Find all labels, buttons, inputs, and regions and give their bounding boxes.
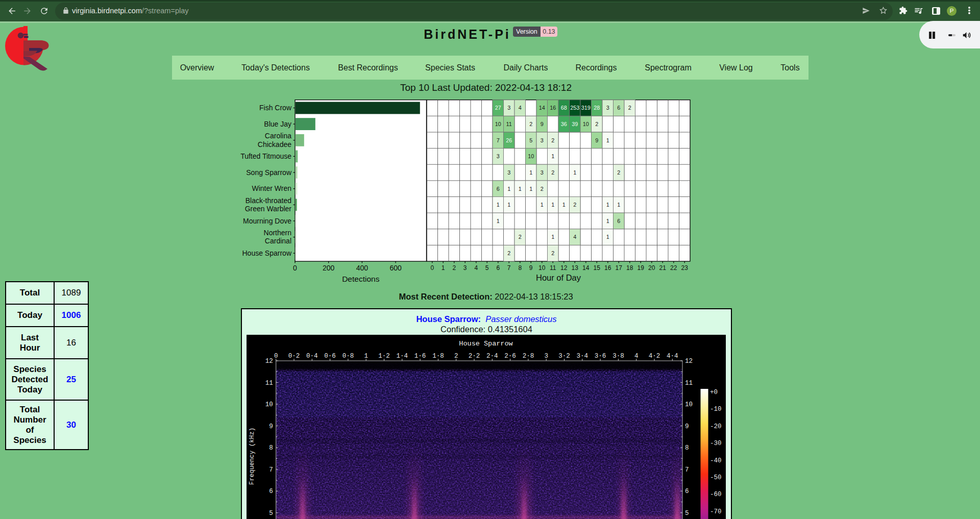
svg-text:9: 9 xyxy=(541,121,544,127)
svg-text:2: 2 xyxy=(507,250,510,256)
svg-text:1: 1 xyxy=(442,264,445,271)
svg-text:-10: -10 xyxy=(710,406,722,413)
svg-text:Fish Crow: Fish Crow xyxy=(259,104,292,112)
svg-text:2: 2 xyxy=(595,121,598,127)
svg-text:13: 13 xyxy=(572,264,579,271)
svg-text:2: 2 xyxy=(452,264,456,271)
svg-text:4: 4 xyxy=(634,353,639,360)
svg-text:1: 1 xyxy=(606,137,609,143)
svg-text:26: 26 xyxy=(506,137,512,143)
svg-text:10: 10 xyxy=(528,153,534,159)
svg-text:2: 2 xyxy=(551,169,554,176)
svg-text:1: 1 xyxy=(529,186,532,192)
svg-text:28: 28 xyxy=(594,105,600,111)
svg-text:3: 3 xyxy=(497,153,500,159)
svg-text:-60: -60 xyxy=(710,491,722,498)
svg-text:1: 1 xyxy=(606,234,609,240)
svg-text:20: 20 xyxy=(648,264,655,271)
svg-text:Winter Wren: Winter Wren xyxy=(252,184,291,192)
svg-text:-20: -20 xyxy=(710,423,722,430)
svg-text:0: 0 xyxy=(293,264,297,272)
svg-text:10: 10 xyxy=(685,401,693,408)
svg-text:22: 22 xyxy=(670,264,677,271)
svg-text:3: 3 xyxy=(541,169,544,176)
svg-text:12: 12 xyxy=(265,358,273,365)
svg-text:400: 400 xyxy=(356,264,369,272)
svg-text:2: 2 xyxy=(573,202,576,208)
svg-text:House Sparrow: House Sparrow xyxy=(459,340,512,348)
svg-text:2: 2 xyxy=(551,137,554,143)
svg-text:1: 1 xyxy=(529,169,532,176)
svg-text:19: 19 xyxy=(638,264,645,271)
svg-text:3: 3 xyxy=(541,137,544,143)
svg-text:6: 6 xyxy=(617,218,620,224)
svg-text:21: 21 xyxy=(659,264,667,271)
svg-text:3: 3 xyxy=(463,264,467,271)
svg-text:Frequency (kHz): Frequency (kHz) xyxy=(249,428,256,485)
svg-text:+0: +0 xyxy=(710,389,718,396)
svg-text:1: 1 xyxy=(497,218,500,224)
svg-text:2: 2 xyxy=(529,121,532,127)
svg-text:68: 68 xyxy=(561,105,567,111)
svg-text:8: 8 xyxy=(518,264,522,271)
svg-text:1: 1 xyxy=(497,202,500,208)
svg-text:4: 4 xyxy=(519,105,522,111)
svg-text:1: 1 xyxy=(541,202,544,208)
svg-text:15: 15 xyxy=(594,264,601,271)
svg-text:1: 1 xyxy=(606,218,609,224)
svg-text:-40: -40 xyxy=(710,457,722,464)
svg-text:1: 1 xyxy=(551,202,554,208)
svg-text:1: 1 xyxy=(617,202,620,208)
svg-text:27: 27 xyxy=(495,105,501,111)
svg-text:14: 14 xyxy=(582,264,590,271)
svg-text:1·4: 1·4 xyxy=(397,353,408,360)
svg-text:Green Warbler: Green Warbler xyxy=(245,205,292,213)
svg-text:3: 3 xyxy=(544,353,548,360)
svg-text:11: 11 xyxy=(685,380,693,387)
svg-text:17: 17 xyxy=(616,264,623,271)
svg-text:9: 9 xyxy=(595,137,598,143)
svg-text:253: 253 xyxy=(570,105,579,111)
svg-text:7: 7 xyxy=(507,264,511,271)
svg-text:House Sparrow: House Sparrow xyxy=(242,249,292,257)
svg-text:Black-throated: Black-throated xyxy=(246,196,291,205)
svg-text:16: 16 xyxy=(550,105,556,111)
svg-text:1: 1 xyxy=(573,169,576,176)
svg-text:10: 10 xyxy=(538,264,546,271)
svg-text:0: 0 xyxy=(430,264,434,271)
svg-text:319: 319 xyxy=(581,105,591,111)
svg-text:1: 1 xyxy=(519,186,522,192)
svg-text:16: 16 xyxy=(604,264,611,271)
svg-text:1·8: 1·8 xyxy=(432,353,444,360)
svg-text:4: 4 xyxy=(573,234,576,240)
svg-text:Blue Jay: Blue Jay xyxy=(264,120,291,128)
svg-text:4: 4 xyxy=(474,264,478,271)
svg-text:11: 11 xyxy=(550,264,556,271)
svg-text:9: 9 xyxy=(529,264,533,271)
svg-text:10: 10 xyxy=(495,121,501,127)
svg-text:2·6: 2·6 xyxy=(504,353,516,360)
svg-text:Hour of Day: Hour of Day xyxy=(536,273,581,282)
svg-text:12: 12 xyxy=(560,264,568,271)
svg-text:10: 10 xyxy=(583,121,589,127)
svg-text:6: 6 xyxy=(497,186,500,192)
svg-text:2: 2 xyxy=(541,186,544,192)
svg-text:2·2: 2·2 xyxy=(469,353,480,360)
svg-text:Carolina: Carolina xyxy=(265,132,291,140)
svg-text:1: 1 xyxy=(507,186,510,192)
svg-text:Detections: Detections xyxy=(342,275,379,283)
svg-text:7: 7 xyxy=(269,466,273,474)
svg-text:1: 1 xyxy=(364,353,368,360)
svg-text:0·4: 0·4 xyxy=(306,353,318,360)
svg-text:Northern: Northern xyxy=(264,229,291,237)
svg-text:200: 200 xyxy=(323,264,335,272)
svg-text:11: 11 xyxy=(506,121,512,127)
svg-text:2·4: 2·4 xyxy=(486,353,498,360)
svg-text:4·2: 4·2 xyxy=(649,353,660,360)
svg-text:1: 1 xyxy=(606,202,609,208)
svg-text:1: 1 xyxy=(507,202,510,208)
svg-text:2: 2 xyxy=(519,234,522,240)
svg-text:9: 9 xyxy=(685,423,689,430)
svg-text:2: 2 xyxy=(551,250,554,256)
svg-text:0·2: 0·2 xyxy=(288,353,300,360)
